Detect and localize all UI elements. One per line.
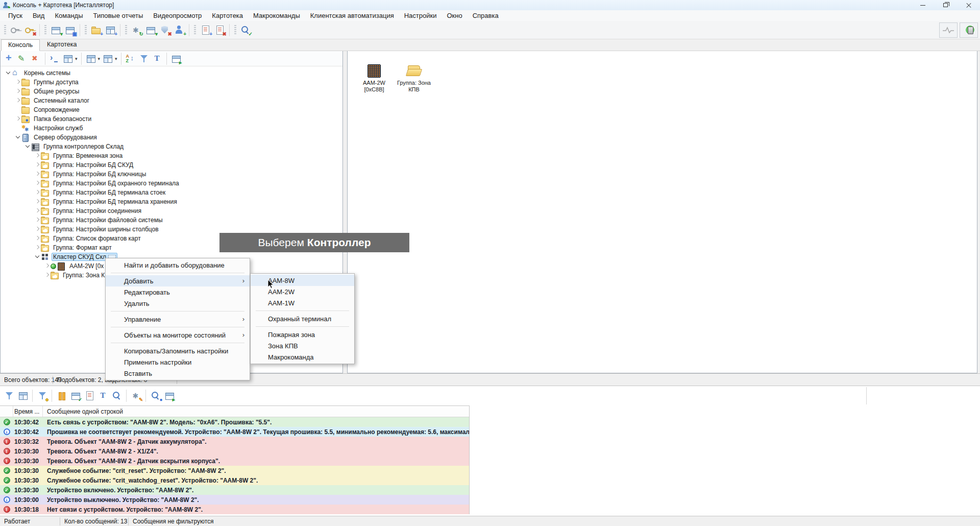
tree-item[interactable]: Папка безопасности — [1, 114, 342, 124]
menu-item[interactable]: Типовые отчеты — [88, 11, 149, 20]
panel-add-icon[interactable]: + — [103, 23, 117, 37]
menu-item[interactable]: Клиентская автоматизация — [305, 11, 399, 20]
expander-icon[interactable] — [34, 226, 41, 233]
context-menu-item[interactable] — [111, 327, 244, 327]
expander-icon[interactable] — [14, 125, 21, 132]
search-icon[interactable] — [110, 389, 124, 403]
expander-icon[interactable] — [34, 217, 41, 224]
table-menu-icon[interactable] — [61, 52, 75, 65]
submenu-item[interactable]: AAM-8W — [251, 275, 354, 286]
tree-item[interactable]: Группа контроллеров Склад — [1, 142, 342, 151]
expander-icon[interactable] — [34, 161, 41, 169]
context-menu-item[interactable] — [111, 343, 244, 343]
context-menu-item[interactable]: Редактировать — [106, 286, 250, 298]
log-row[interactable]: 10:30:30 Тревога. Объект "AAM-8W 2 - Дат… — [0, 456, 469, 466]
context-menu-item[interactable]: Применить настройки — [106, 356, 250, 368]
tree-item[interactable]: Общие ресурсы — [1, 87, 342, 96]
window-download-icon[interactable]: ▾ — [143, 23, 158, 37]
toolbar-grip[interactable] — [4, 25, 6, 35]
tree-item[interactable]: Системный каталог — [1, 96, 342, 105]
expander-icon[interactable] — [43, 262, 51, 270]
chevron-down-icon[interactable]: ▾ — [75, 56, 78, 61]
context-menu-item[interactable]: Копировать/Запомнить настройки — [106, 345, 250, 356]
menu-item[interactable]: Макрокоманды — [248, 11, 305, 20]
edit-icon[interactable] — [16, 52, 29, 65]
log-row[interactable]: 10:30:30 Служебное событие: "crit_reset"… — [0, 466, 469, 475]
expander-icon[interactable] — [14, 115, 21, 123]
context-menu-item[interactable]: Добавить › — [106, 275, 250, 286]
expander-icon[interactable] — [43, 272, 51, 279]
log-row[interactable]: 10:30:18 Нет связи с устройством. Устрой… — [0, 505, 469, 514]
apply-window-icon[interactable]: ✓ — [68, 389, 82, 403]
object-item[interactable]: Группа: Зона КПВ — [395, 64, 433, 93]
chevron-down-icon[interactable]: ▾ — [115, 56, 117, 61]
export-icon[interactable]: ► — [162, 389, 176, 403]
txt-file-icon[interactable] — [82, 389, 96, 403]
gear-sync-icon[interactable]: ↻ — [129, 23, 143, 37]
add-icon[interactable] — [3, 52, 16, 65]
pause-icon[interactable] — [55, 389, 68, 403]
submenu-item[interactable] — [256, 326, 349, 327]
expander-icon[interactable] — [5, 69, 12, 77]
menu-item[interactable]: Вид — [28, 11, 50, 20]
columns-icon[interactable] — [16, 389, 30, 403]
object-item[interactable]: AAM-2W [0xC8B] — [355, 64, 394, 93]
submenu-item[interactable] — [256, 310, 349, 311]
menu-item[interactable]: Настройки — [399, 11, 442, 20]
search-details-icon[interactable]: ● — [149, 389, 162, 403]
tree-item[interactable]: Корень системы — [1, 68, 342, 78]
submenu-item[interactable]: Пожарная зона — [251, 329, 354, 340]
submenu-item[interactable]: Зона КПВ — [251, 340, 354, 351]
log-row[interactable]: 10:30:30 Служебное событие: "crit_watchd… — [0, 475, 469, 485]
menu-item[interactable]: Картотека — [207, 11, 248, 20]
context-menu-item[interactable]: Объекты на мониторе состояний › — [106, 329, 250, 341]
submenu-item[interactable]: Охранный терминал — [251, 313, 354, 324]
layout-right-icon[interactable] — [101, 52, 114, 65]
tree-item[interactable]: Сервер оборудования — [1, 133, 342, 142]
layout-left-icon[interactable] — [84, 52, 97, 65]
expander-icon[interactable] — [34, 180, 41, 187]
expander-icon[interactable] — [34, 253, 41, 260]
expander-icon[interactable] — [14, 79, 21, 86]
user-add-icon[interactable]: + — [172, 23, 186, 37]
expander-icon[interactable] — [14, 97, 21, 104]
gear-edit-icon[interactable]: ✎ — [129, 389, 143, 403]
log-row[interactable]: 10:30:30 Устройство включено. Устройство… — [0, 485, 469, 495]
log-row[interactable]: 10:30:32 Тревога. Объект "AAM-8W 2 - Дат… — [0, 437, 469, 446]
filter-icon[interactable] — [2, 389, 16, 403]
log-row[interactable]: 10:30:42 Есть связь с устройством: "AAM-… — [0, 417, 469, 427]
folder-add-icon[interactable]: + — [89, 23, 103, 37]
maximize-button[interactable] — [934, 0, 957, 10]
log-header-time[interactable]: Время ... — [13, 406, 43, 417]
delete-icon[interactable] — [29, 52, 42, 65]
log-row[interactable]: 10:30:00 Устройство выключено. Устройств… — [0, 495, 469, 505]
export-icon[interactable]: ► — [169, 52, 183, 65]
console-icon[interactable] — [48, 52, 61, 65]
context-menu-item[interactable]: Управление › — [106, 314, 250, 325]
tree-item[interactable]: Группа: Настройки соединения — [1, 206, 342, 216]
submenu-item[interactable]: AAM-1W — [251, 297, 354, 308]
expander-icon[interactable] — [14, 88, 21, 95]
shield-remove-icon[interactable]: ✖ — [158, 23, 172, 37]
expander-icon[interactable] — [14, 134, 21, 141]
tree-item[interactable]: Группа: Настройки файловой системы — [1, 216, 342, 225]
tree-item[interactable]: Группа: Временная зона — [1, 151, 342, 160]
view-tab[interactable]: Консоль — [1, 39, 40, 51]
tree-item[interactable]: Группа: Настройки БД терминала хранения — [1, 197, 342, 206]
sort-az-icon[interactable]: ↕ — [124, 52, 137, 65]
tree-item[interactable]: Группа: Настройки БД СКУД — [1, 160, 342, 170]
log-panel-divider[interactable] — [866, 387, 867, 404]
context-menu-item[interactable]: Удалить — [106, 298, 250, 309]
minimize-button[interactable] — [911, 0, 934, 10]
tree-item[interactable]: Группы доступа — [1, 78, 342, 87]
expander-icon[interactable] — [34, 207, 41, 214]
log-row[interactable]: 10:30:30 Тревога. Объект "AAM-8W 2 - X1/… — [0, 446, 469, 456]
close-button[interactable] — [957, 0, 980, 10]
expander-icon[interactable] — [34, 171, 41, 178]
menu-item[interactable]: Пуск — [3, 11, 28, 20]
submenu-item[interactable]: AAM-2W — [251, 286, 354, 297]
tree-item[interactable]: Группа: Настройки БД охранного терминала — [1, 179, 342, 188]
filter-active-icon[interactable] — [35, 389, 49, 403]
view-tab[interactable]: Картотека — [40, 39, 84, 51]
tree-item[interactable]: Сопровождение — [1, 105, 342, 114]
